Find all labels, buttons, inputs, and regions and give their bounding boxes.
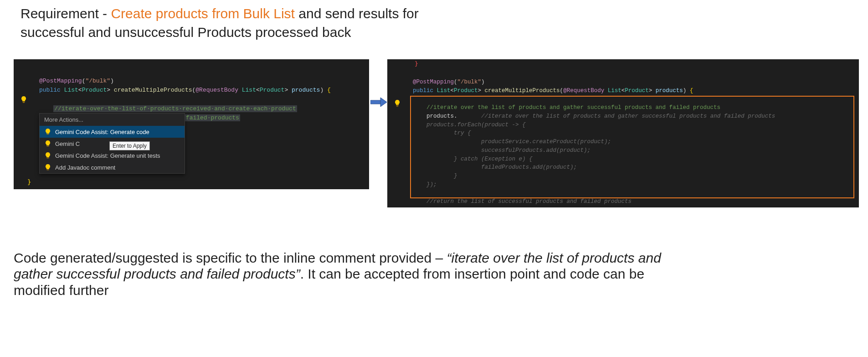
code-body-right[interactable]: @PostMapping("/bulk") public List<Produc…	[413, 69, 854, 207]
inline-comment-top: //iterate over the list of products and …	[426, 104, 720, 111]
lightbulb-icon	[44, 152, 51, 159]
svg-rect-0	[23, 102, 25, 102]
menu-item-generate-unit-tests[interactable]: Gemini Code Assist: Generate unit tests	[40, 150, 185, 161]
svg-rect-6	[370, 100, 380, 104]
lightbulb-icon[interactable]	[20, 96, 27, 103]
annotation: @PostMapping	[39, 78, 82, 84]
closing-brace: }	[27, 178, 31, 186]
code-editor-before[interactable]: @PostMapping("/bulk") public List<Produc…	[14, 59, 369, 189]
ghost-line: //return the list of successful products…	[426, 198, 632, 205]
typed-text: products.	[426, 113, 457, 119]
svg-rect-4	[47, 158, 49, 158]
heading-prefix: Requirement -	[21, 6, 111, 21]
enter-to-apply-tooltip: Enter to Apply	[109, 141, 150, 150]
svg-rect-5	[47, 170, 49, 170]
ghost-line: } catch (Exception e) {	[440, 156, 533, 162]
menu-item-label: Gemini Code Assist: Generate code	[55, 129, 180, 135]
code-editor-after[interactable]: } @PostMapping("/bulk") public List<Prod…	[387, 59, 859, 207]
svg-rect-8	[396, 105, 399, 106]
menu-item-add-javadoc[interactable]: Add Javadoc comment	[40, 161, 185, 173]
gutter-bulb-left[interactable]	[20, 96, 30, 105]
heading-highlight: Create products from Bulk List	[111, 6, 295, 21]
ghost-line: successfulProducts.add(product);	[454, 147, 591, 154]
lightbulb-icon	[44, 128, 51, 135]
svg-rect-1	[23, 103, 25, 103]
ghost-line: products.forEach(product -> {	[426, 122, 526, 128]
footer-caption: Code generated/suggested is specific to …	[14, 250, 697, 298]
svg-marker-7	[380, 98, 387, 107]
svg-rect-3	[47, 146, 49, 146]
lightbulb-icon	[44, 164, 51, 171]
arrow-right-icon	[370, 96, 387, 109]
ghost-line: productService.createProduct(product);	[454, 139, 611, 145]
ghost-line: failedProducts.add(product);	[454, 164, 577, 171]
lightbulb-icon	[44, 140, 51, 147]
svg-rect-2	[47, 134, 49, 135]
lightbulb-icon[interactable]	[394, 99, 401, 107]
footer-text-1: Code generated/suggested is specific to …	[14, 250, 447, 265]
quick-actions-header: More Actions...	[40, 114, 185, 126]
menu-item-label: Gemini Code Assist: Generate unit tests	[55, 152, 180, 159]
ghost-line: }	[440, 173, 457, 179]
ghost-line: try {	[440, 130, 471, 136]
menu-item-generate-code[interactable]: Gemini Code Assist: Generate code	[40, 126, 185, 138]
menu-item-label: Add Javadoc comment	[55, 164, 180, 171]
ghost-line: });	[426, 181, 437, 188]
requirement-heading: Requirement - Create products from Bulk …	[21, 5, 476, 41]
ghost-inline: //iterate over the list of products and …	[481, 113, 775, 119]
gutter-bulb-right[interactable]	[394, 99, 404, 109]
ghost-line: return new BulkResponse(successfulProduc…	[426, 207, 632, 207]
top-brace-outside: }	[415, 60, 418, 67]
inline-comment-1: //iterate·over·the·list·of·products·rece…	[53, 105, 297, 112]
svg-rect-9	[396, 106, 398, 107]
